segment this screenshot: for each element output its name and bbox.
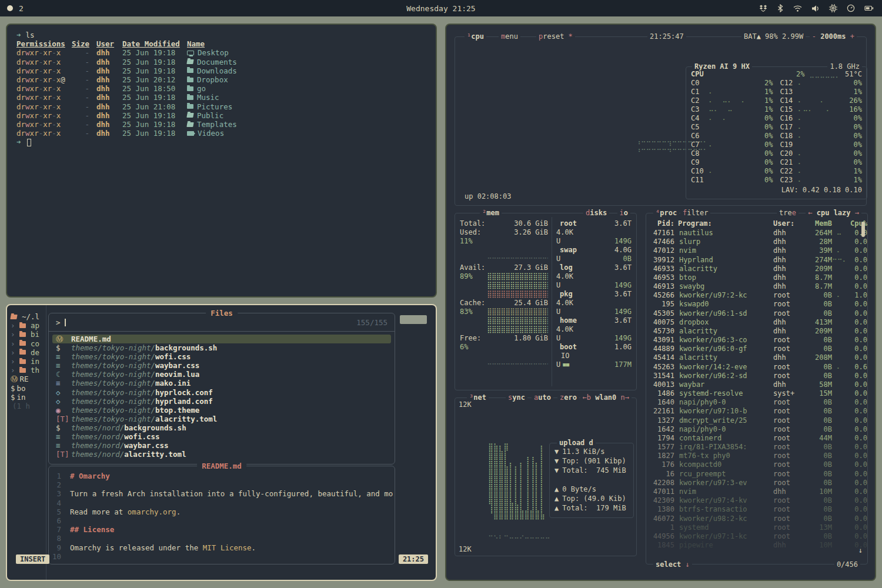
process-user: dhh bbox=[771, 318, 800, 327]
core-graph-dots: ⠄ bbox=[798, 123, 843, 132]
process-row[interactable]: 43091 kworker/u96:3-co root 0B 0.0 bbox=[646, 336, 867, 345]
process-row[interactable]: 47466 slurp dhh 28M 0.0 bbox=[646, 238, 867, 246]
process-row[interactable]: 42208 kworker/u97:3-ev root 0B 0.0 bbox=[646, 479, 867, 487]
picker-results: Ⓜ README.md $ themes/tokyo-night/ backgr… bbox=[49, 332, 395, 459]
picker-item[interactable]: $ themes/tokyo-night/ backgrounds.sh bbox=[52, 343, 391, 352]
process-row[interactable]: 16 rcu_preempt root 0B 0.0 bbox=[646, 470, 867, 479]
scroll-down-arrow[interactable]: ↓ bbox=[858, 546, 863, 554]
refresh-interval-control[interactable]: - 2000ms + bbox=[810, 32, 857, 41]
process-row[interactable]: 46072 kworker/u98:2-kc root 0B 0.0 bbox=[646, 514, 867, 523]
process-row[interactable]: 1486 systemd-resolve syst+ 15M 0.0 bbox=[646, 389, 867, 398]
proc-header-row[interactable]: Pid: Program: User: MemB Cpu% bbox=[646, 219, 867, 228]
mem-line: Used: 3.26 GiB bbox=[460, 228, 548, 237]
process-row[interactable]: 31541 kworker/u96:2-sd root 0B 0.0 bbox=[646, 372, 867, 380]
net-sync-toggle[interactable]: sync bbox=[506, 393, 527, 402]
process-user: root bbox=[771, 416, 800, 425]
process-row[interactable]: 176 kcompactd0 root 0B 0.0 bbox=[646, 460, 867, 469]
preset-button[interactable]: preset * bbox=[536, 32, 575, 41]
bluetooth-icon[interactable] bbox=[777, 4, 784, 12]
tree-item[interactable]: › co bbox=[11, 339, 47, 348]
menu-button[interactable]: menu bbox=[499, 32, 520, 41]
process-row[interactable]: 47161 nautilus dhh 264M ⠤ 0.0 bbox=[646, 229, 867, 238]
disks-toggle[interactable]: disks bbox=[583, 209, 609, 218]
process-row[interactable]: 45305 kworker/u96:1-sd root 0B 0.0 bbox=[646, 309, 867, 318]
process-row[interactable]: 42309 kworker/u97:4-kv root 0B 0.0 bbox=[646, 496, 867, 505]
process-row[interactable]: 46933 alacritty dhh 209M 0.0 bbox=[646, 265, 867, 273]
battery-icon[interactable] bbox=[864, 5, 874, 12]
workspace-indicator[interactable]: 2 bbox=[0, 4, 24, 13]
process-row[interactable]: 1640 napi/phy0-0 root 0B 0.0 bbox=[646, 398, 867, 407]
process-row[interactable]: 40013 waybar dhh 58M 0.0 bbox=[646, 380, 867, 389]
picker-item[interactable]: ≡ themes/nord/ wofi.css bbox=[52, 432, 391, 441]
gauge-icon[interactable] bbox=[847, 4, 855, 12]
scrollbar-thumb[interactable] bbox=[400, 315, 427, 324]
picker-item[interactable]: ≡ themes/tokyo-night/ waybar.css bbox=[52, 361, 391, 370]
tree-item[interactable]: (1 h bbox=[11, 402, 47, 410]
net-interface-switcher[interactable]: ←b wlan0 n→ bbox=[580, 393, 632, 402]
picker-item[interactable]: ≡ themes/tokyo-night/ mako.ini bbox=[52, 379, 391, 387]
picker-item[interactable]: ≡ themes/tokyo-night/ wofi.css bbox=[52, 352, 391, 361]
picker-item[interactable]: $ themes/nord/ backgrounds.sh bbox=[52, 423, 391, 432]
tree-item[interactable]: › th bbox=[11, 366, 47, 375]
process-row[interactable]: 47012 nvim dhh 39M ⠄ 0.0 bbox=[646, 246, 867, 255]
picker-item[interactable]: ◇ themes/tokyo-night/ hyprlock.conf bbox=[52, 388, 391, 397]
header-program[interactable]: Program: bbox=[678, 219, 771, 228]
picker-item[interactable]: ☾ themes/tokyo-night/ neovim.lua bbox=[52, 370, 391, 379]
dropbox-icon[interactable] bbox=[759, 4, 767, 12]
cpu-box-title[interactable]: ¹cpu bbox=[465, 32, 486, 41]
process-row[interactable]: 1794 containerd root 44M 0.0 bbox=[646, 434, 867, 443]
process-row[interactable]: 45266 kworker/u97:2-kc root 0B ⠄ 1.0 bbox=[646, 291, 867, 300]
tree-item[interactable]: ~/.l bbox=[11, 312, 47, 321]
process-row[interactable]: 1577 irq/81-PIXA3854: root 0B 0.0 bbox=[646, 443, 867, 452]
process-row[interactable]: 39912 Hyprland dhh 274M ⠒⠒⠄ 0.0 bbox=[646, 256, 867, 265]
tree-item[interactable]: › ap bbox=[11, 321, 47, 330]
process-row[interactable]: 46953 btop dhh 8.7M 0.0 bbox=[646, 273, 867, 282]
tree-item[interactable]: $ bo bbox=[11, 384, 47, 393]
process-row[interactable]: 45414 alacritty dhh 208M 0.0 bbox=[646, 353, 867, 362]
file-size: - bbox=[71, 66, 96, 75]
process-row[interactable]: 40075 dropbox dhh 413M 0.0 bbox=[646, 318, 867, 327]
picker-item[interactable]: Ⓜ README.md bbox=[52, 335, 391, 343]
process-row[interactable]: 1 systemd root 13M 0.0 bbox=[646, 523, 867, 532]
shell-prompt-cursor[interactable]: ➜ bbox=[16, 138, 436, 146]
process-row[interactable]: 1827 mt76-tx phy0 root 0B 0.0 bbox=[646, 452, 867, 460]
net-auto-toggle[interactable]: auto bbox=[532, 393, 553, 402]
proc-select-hint[interactable]: select ↓ bbox=[653, 560, 692, 569]
process-row[interactable]: 1380 btrfs-transactio root 0B 0.0 bbox=[646, 505, 867, 514]
process-row[interactable]: 1642 napi/phy0-0 root 0B 0.0 bbox=[646, 425, 867, 434]
process-row[interactable]: 45263 kworker/14:2-eve root 0B ⠄ 0.6 bbox=[646, 363, 867, 372]
tree-item[interactable]: $ in bbox=[11, 393, 47, 402]
proc-filter-button[interactable]: filter bbox=[680, 209, 710, 218]
chip-icon[interactable] bbox=[829, 4, 837, 12]
net-zero-toggle[interactable]: zero bbox=[557, 393, 579, 402]
process-row[interactable]: 47011 nvim dhh 10M 0.0 bbox=[646, 487, 867, 496]
header-memory[interactable]: MemB bbox=[800, 219, 832, 228]
process-row[interactable]: 1327 dmcrypt_write/25 root 0B 0.0 bbox=[646, 416, 867, 425]
picker-item[interactable]: ◇ themes/tokyo-night/ hyprland.conf bbox=[52, 397, 391, 406]
proc-sort-switcher[interactable]: ← cpu lazy → bbox=[806, 209, 861, 218]
tree-item[interactable]: › in bbox=[11, 357, 47, 366]
process-row[interactable]: 44889 kworker/u96:0-gf root 0B 0.0 bbox=[646, 345, 867, 353]
io-toggle[interactable]: io bbox=[617, 209, 630, 218]
tree-item[interactable]: › bi bbox=[11, 330, 47, 339]
mem-box-title[interactable]: ²mem bbox=[480, 209, 502, 218]
proc-tree-toggle[interactable]: tree bbox=[777, 209, 799, 218]
picker-item[interactable]: [T] themes/tokyo-night/ alacritty.toml bbox=[52, 415, 391, 423]
tree-item[interactable]: › de bbox=[11, 348, 47, 357]
header-user[interactable]: User: bbox=[771, 219, 800, 228]
wifi-icon[interactable] bbox=[793, 5, 802, 12]
process-row[interactable]: 22161 kworker/u97:10-b root 0B 0.0 bbox=[646, 407, 867, 416]
picker-item[interactable]: ≡ themes/nord/ waybar.css bbox=[52, 441, 391, 450]
process-row[interactable]: 45730 alacritty dhh 209M 0.0 bbox=[646, 327, 867, 336]
process-row[interactable]: 1845 pipewire dhh 10M 0.0 bbox=[646, 541, 867, 550]
picker-item[interactable]: [T] themes/nord/ alacritty.toml bbox=[52, 450, 391, 459]
picker-item[interactable]: ◉ themes/tokyo-night/ btop.theme bbox=[52, 406, 391, 415]
process-row[interactable]: 195 kswapd0 root 0B 0.0 bbox=[646, 300, 867, 309]
process-row[interactable]: 46913 swaybg dhh 8.7M 0.0 bbox=[646, 282, 867, 291]
volume-icon[interactable] bbox=[811, 5, 820, 12]
tree-item[interactable]: Ⓜ RE bbox=[11, 375, 47, 383]
header-pid[interactable]: Pid: bbox=[651, 219, 678, 228]
proc-scrollbar-thumb[interactable] bbox=[861, 222, 865, 237]
proc-box-title[interactable]: ⁴proc bbox=[653, 209, 679, 218]
process-row[interactable]: 44956 kworker/u97:1-kc root 0B 0.0 bbox=[646, 532, 867, 541]
